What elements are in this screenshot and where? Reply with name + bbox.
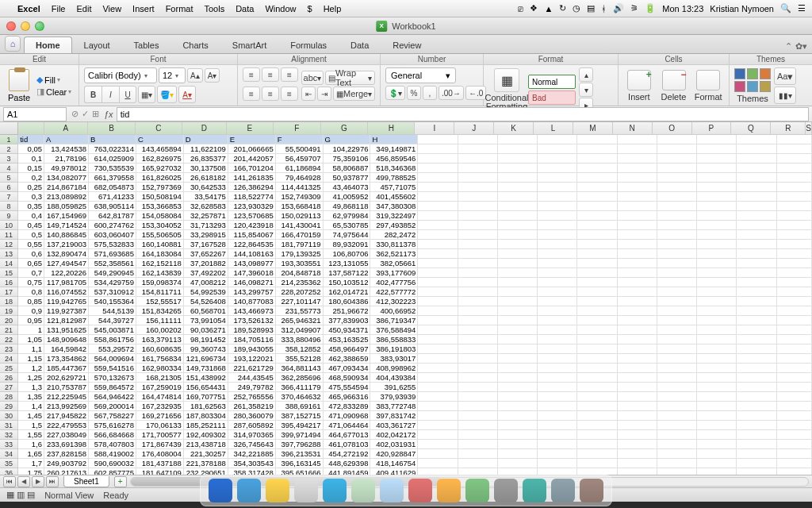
cell[interactable] <box>538 392 577 402</box>
wifi-icon[interactable]: ⚞ <box>630 3 638 13</box>
cell[interactable]: 221,30257 <box>184 449 228 459</box>
cell[interactable] <box>737 173 776 183</box>
cell[interactable] <box>458 316 498 325</box>
cell[interactable]: 167,232935 <box>136 402 184 411</box>
row-header[interactable]: 9 <box>0 211 18 221</box>
row-header[interactable]: 13 <box>0 249 18 259</box>
cell[interactable]: 171,867439 <box>136 440 184 449</box>
cell[interactable]: 638,905114 <box>89 202 136 211</box>
cell[interactable]: 237,828158 <box>44 449 89 459</box>
cell[interactable]: 252,765556 <box>228 392 276 402</box>
cell[interactable] <box>657 354 697 364</box>
cell[interactable] <box>538 411 577 421</box>
cell[interactable] <box>538 421 577 430</box>
cell[interactable]: 395,494217 <box>276 421 324 430</box>
cell[interactable]: 1,4 <box>18 402 44 411</box>
dock-app-icon[interactable] <box>494 479 518 502</box>
cell[interactable] <box>418 202 458 211</box>
cell[interactable] <box>657 135 697 144</box>
cell[interactable]: 347,380308 <box>370 202 418 211</box>
cell[interactable] <box>777 459 812 468</box>
cell[interactable] <box>418 335 458 344</box>
cell[interactable] <box>577 268 617 278</box>
cell[interactable]: 33,54175 <box>184 192 228 202</box>
cell[interactable] <box>618 154 657 164</box>
cell[interactable]: 682,054873 <box>89 183 136 192</box>
row-header[interactable]: 30 <box>0 411 18 421</box>
cell[interactable] <box>657 364 697 373</box>
cell[interactable]: 122,864535 <box>228 240 276 249</box>
menu-help[interactable]: Help <box>324 4 342 13</box>
col-header-K[interactable]: K <box>494 122 534 135</box>
cell[interactable] <box>577 249 617 259</box>
cell[interactable] <box>657 173 697 183</box>
cell[interactable]: 1,15 <box>18 354 44 364</box>
cell[interactable]: 404,439384 <box>370 373 418 383</box>
cell[interactable]: 149,714524 <box>44 221 89 230</box>
dock-app-icon[interactable] <box>266 479 289 502</box>
cell[interactable]: 0,9 <box>18 306 44 316</box>
cell[interactable]: 349,149871 <box>370 144 418 154</box>
cell[interactable] <box>498 421 538 430</box>
cell[interactable] <box>777 144 812 154</box>
cell[interactable] <box>458 249 498 259</box>
cell[interactable] <box>618 373 657 383</box>
cell[interactable]: 169,707751 <box>184 392 228 402</box>
cell[interactable] <box>418 364 458 373</box>
cell[interactable]: 213,992569 <box>44 402 89 411</box>
cell[interactable] <box>618 135 657 144</box>
cell[interactable]: 159,098374 <box>136 278 184 287</box>
cell[interactable]: 156,11111 <box>136 316 184 325</box>
cell[interactable] <box>577 144 617 154</box>
cell[interactable] <box>458 440 498 449</box>
cell[interactable] <box>458 287 498 297</box>
cell[interactable]: 26,835377 <box>184 154 228 164</box>
col-header-J[interactable]: J <box>454 122 494 135</box>
cell[interactable] <box>577 325 617 335</box>
cell[interactable]: 330,811378 <box>370 240 418 249</box>
cell[interactable]: 173,354862 <box>44 354 89 364</box>
cell[interactable] <box>618 183 657 192</box>
col-header-N[interactable]: N <box>613 122 653 135</box>
cell[interactable]: 558,861756 <box>89 335 136 344</box>
cell[interactable] <box>657 249 697 259</box>
cell[interactable] <box>777 192 812 202</box>
row-header[interactable]: 29 <box>0 402 18 411</box>
cell[interactable]: 545,003871 <box>89 325 136 335</box>
row-header[interactable]: 21 <box>0 325 18 335</box>
cell[interactable] <box>498 202 538 211</box>
fx-label[interactable]: ƒx <box>104 110 117 119</box>
cell[interactable] <box>538 135 577 144</box>
cell[interactable] <box>458 421 498 430</box>
cell[interactable]: 204,848718 <box>276 268 324 278</box>
cell[interactable]: 0,25 <box>18 183 44 192</box>
cell[interactable] <box>458 402 498 411</box>
cell[interactable]: 201,442057 <box>228 154 276 164</box>
cell[interactable] <box>618 449 657 459</box>
cell[interactable]: 167,154969 <box>44 211 89 221</box>
cell[interactable]: 399,971494 <box>276 430 324 440</box>
cell[interactable]: 464,677013 <box>324 430 371 440</box>
cell[interactable]: 193,122021 <box>228 354 276 364</box>
cell[interactable]: 468,590934 <box>324 373 371 383</box>
cell[interactable] <box>697 164 737 173</box>
cell[interactable] <box>577 135 617 144</box>
cell[interactable] <box>697 392 737 402</box>
cell[interactable] <box>498 402 538 411</box>
cell[interactable] <box>498 221 538 230</box>
cell[interactable]: 166,470159 <box>276 230 324 240</box>
menu-file[interactable]: File <box>52 4 66 13</box>
cell[interactable]: 312,049907 <box>276 325 324 335</box>
cell[interactable]: 462,388659 <box>324 354 371 364</box>
cell[interactable]: 181,797119 <box>276 240 324 249</box>
cell[interactable]: 441,891459 <box>324 468 371 475</box>
cell[interactable] <box>618 259 657 268</box>
cell[interactable] <box>458 335 498 344</box>
cell[interactable] <box>538 240 577 249</box>
cell[interactable] <box>458 364 498 373</box>
cell[interactable] <box>498 316 538 325</box>
cell[interactable] <box>777 287 812 297</box>
row-header[interactable]: 34 <box>0 449 18 459</box>
cell[interactable]: 559,864572 <box>89 383 136 392</box>
cell[interactable]: 1,45 <box>18 411 44 421</box>
